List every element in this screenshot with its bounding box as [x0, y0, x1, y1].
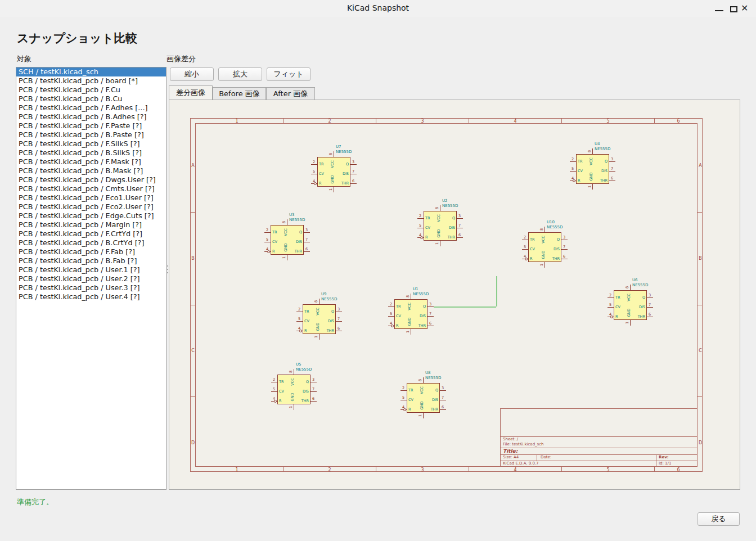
grid-col-label: 5 [606, 119, 609, 124]
window-titlebar[interactable]: KiCad Snapshot ✕ [0, 0, 756, 17]
pin-stub [311, 164, 317, 165]
grid-row-label: C [191, 348, 195, 353]
list-item[interactable]: PCB / testKi.kicad_pcb / board [*] [16, 76, 166, 85]
component-value: NE555D [442, 204, 458, 208]
pin-stub [561, 259, 568, 259]
list-item[interactable]: PCB / testKi.kicad_pcb / Cmts.User [?] [16, 184, 166, 193]
invert-bubble-icon [573, 179, 575, 182]
component-reference: U7 [336, 145, 341, 149]
tab-before-image[interactable]: Before 画像 [213, 87, 266, 100]
titleblock-sheet: Sheet: / [503, 437, 518, 441]
list-item[interactable]: PCB / testKi.kicad_pcb / User.1 [?] [16, 265, 166, 274]
pin-number: 1 [435, 242, 439, 245]
pin-number: 8 [289, 371, 293, 373]
grid-tick [376, 118, 376, 123]
pin-name: Q [346, 162, 349, 166]
pin-name: THR [341, 181, 349, 186]
component-U7: U7NE555D2TR5CV4R3Q7DIS6THR8VCC1GND [317, 157, 350, 187]
list-item[interactable]: SCH / testKi.kicad_sch [16, 67, 166, 76]
pin-number: 8 [282, 221, 286, 223]
pin-stub [544, 262, 545, 268]
list-item[interactable]: PCB / testKi.kicad_pcb / F.Fab [?] [16, 247, 166, 256]
close-icon[interactable]: ✕ [741, 3, 748, 14]
fit-button[interactable]: フィット [267, 67, 310, 81]
titleblock-line [500, 436, 698, 437]
list-item[interactable]: PCB / testKi.kicad_pcb / B.Mask [?] [16, 166, 166, 175]
pin-name: THR [295, 249, 302, 254]
minimize-icon[interactable] [715, 10, 723, 11]
pin-number: 3 [303, 228, 310, 232]
pin-number: 8 [314, 300, 318, 303]
pin-stub [296, 312, 303, 312]
pin-name: DIS [601, 169, 608, 173]
maximize-icon[interactable] [730, 6, 737, 12]
list-item[interactable]: PCB / testKi.kicad_pcb / F.SilkS [?] [16, 139, 166, 148]
pin-stub [592, 148, 593, 154]
pin-number: 5 [521, 245, 528, 249]
pin-name: TR [425, 216, 430, 220]
titleblock-file: File: testKi.kicad_sch [503, 442, 544, 447]
pin-number: 6 [646, 312, 653, 317]
list-item[interactable]: PCB / testKi.kicad_pcb / Dwgs.User [?] [16, 175, 166, 184]
list-item[interactable]: PCB / testKi.kicad_pcb / Eco2.User [?] [16, 202, 166, 211]
list-item[interactable]: PCB / testKi.kicad_pcb / User.3 [?] [16, 283, 166, 292]
pin-number: 8 [435, 207, 439, 209]
list-item[interactable]: PCB / testKi.kicad_pcb / B.SilkS [?] [16, 148, 166, 157]
zoom-out-button[interactable]: 縮小 [170, 67, 214, 81]
diff-canvas[interactable]: 112233445566AABBCCDDSheet: /File: testKi… [169, 100, 740, 490]
component-U2: U2NE555D2TR5CV4R3Q7DIS6THR8VCC1GND [424, 211, 457, 241]
pin-number: 1 [289, 406, 293, 408]
pin-stub [522, 240, 528, 240]
back-button[interactable]: 戻る [698, 512, 740, 526]
list-item[interactable]: PCB / testKi.kicad_pcb / F.Paste [?] [16, 121, 166, 130]
list-item[interactable]: PCB / testKi.kicad_pcb / Edge.Cuts [?] [16, 211, 166, 220]
tab-diff-image[interactable]: 差分画像 [169, 85, 213, 100]
pin-number: 5 [417, 223, 424, 228]
pin-stub [417, 228, 424, 228]
pin-name: R [578, 178, 580, 183]
list-item[interactable]: PCB / testKi.kicad_pcb / B.Fab [?] [16, 256, 166, 265]
pin-number: 8 [587, 150, 592, 152]
list-item[interactable]: PCB / testKi.kicad_pcb / F.CrtYd [?] [16, 229, 166, 238]
pin-stub [350, 174, 357, 174]
pin-name: TR [319, 162, 324, 166]
component-U3: U3NE555D2TR5CV4R3Q7DIS6THR8VCC1GND [271, 225, 304, 255]
pin-number: 5 [569, 166, 576, 171]
list-item[interactable]: PCB / testKi.kicad_pcb / F.Adhes [...] [16, 103, 166, 112]
grid-row-label: B [191, 256, 195, 261]
targets-list[interactable]: SCH / testKi.kicad_schPCB / testKi.kicad… [16, 67, 166, 490]
grid-col-label: 4 [514, 467, 516, 472]
pin-name: CV [272, 240, 277, 244]
wire [496, 276, 497, 306]
list-item[interactable]: PCB / testKi.kicad_pcb / User.2 [?] [16, 274, 166, 283]
pin-number: 3 [609, 157, 615, 161]
pin-stub [423, 413, 424, 418]
list-item[interactable]: PCB / testKi.kicad_pcb / Margin [?] [16, 220, 166, 229]
pin-name: CV [615, 305, 620, 309]
pin-number: 1 [328, 188, 333, 191]
pin-stub [304, 242, 310, 242]
pin-name-gnd: GND [589, 173, 593, 181]
pin-number: 1 [539, 264, 544, 266]
list-item[interactable]: PCB / testKi.kicad_pcb / B.Cu [16, 94, 166, 103]
pin-number: 7 [335, 317, 342, 321]
list-item[interactable]: PCB / testKi.kicad_pcb / B.Paste [?] [16, 130, 166, 139]
pin-name-gnd: GND [407, 318, 412, 326]
component-value: NE555D [632, 283, 648, 287]
pin-number: 1 [314, 336, 318, 338]
tab-after-image[interactable]: After 画像 [266, 87, 315, 100]
grid-tick [376, 467, 376, 472]
list-item[interactable]: PCB / testKi.kicad_pcb / Eco1.User [?] [16, 193, 166, 202]
pin-stub [647, 307, 653, 308]
grid-tick [190, 212, 195, 213]
pin-number: 7 [303, 237, 310, 242]
pin-stub [608, 307, 614, 308]
list-item[interactable]: PCB / testKi.kicad_pcb / B.Adhes [?] [16, 112, 166, 121]
list-item[interactable]: PCB / testKi.kicad_pcb / F.Cu [16, 85, 166, 94]
list-item[interactable]: PCB / testKi.kicad_pcb / F.Mask [?] [16, 157, 166, 166]
zoom-in-button[interactable]: 拡大 [218, 67, 262, 81]
list-item[interactable]: PCB / testKi.kicad_pcb / User.4 [?] [16, 292, 166, 301]
component-reference: U9 [321, 292, 327, 296]
pin-name: CV [425, 226, 430, 230]
list-item[interactable]: PCB / testKi.kicad_pcb / B.CrtYd [?] [16, 238, 166, 247]
